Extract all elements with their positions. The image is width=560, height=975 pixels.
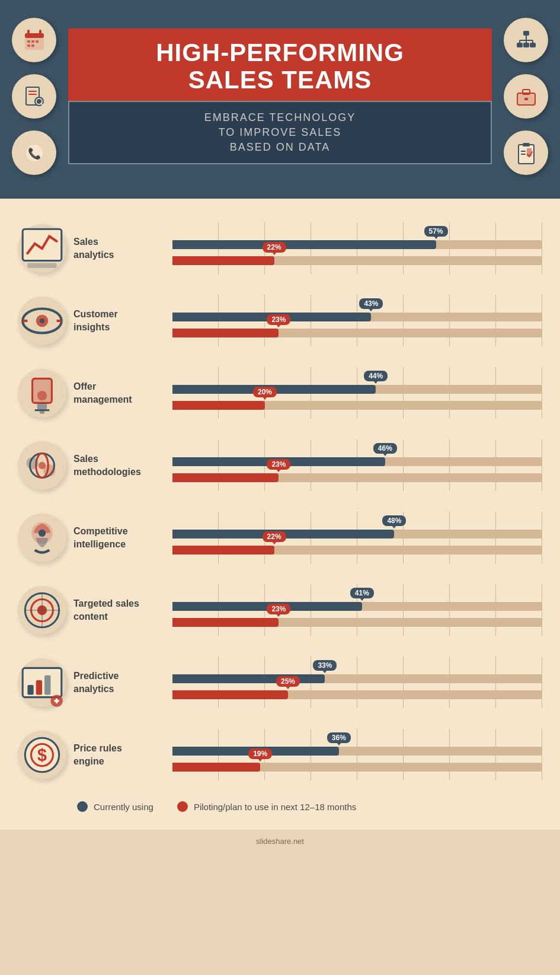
predictive-analytics-icon (18, 658, 66, 707)
main-title-line2: SALES TEAMS (86, 66, 474, 94)
svg-point-44 (37, 390, 47, 400)
svg-rect-36 (27, 263, 56, 267)
svg-rect-3 (39, 30, 41, 34)
subtitle-line1: EMBRACE TECHNOLOGY (81, 110, 479, 125)
legend-label-piloting: Piloting/plan to use in next 12–18 month… (194, 802, 356, 812)
hierarchy-icon (504, 18, 548, 62)
svg-rect-63 (44, 675, 50, 694)
document-icon (12, 74, 56, 119)
customer-insights-label: Customerinsights (73, 308, 165, 333)
svg-rect-62 (36, 680, 42, 694)
competitive-intelligence-label: Competitiveintelligence (73, 525, 165, 550)
subtitle-box: EMBRACE TECHNOLOGY TO IMPROVE SALES BASE… (68, 101, 492, 165)
svg-point-39 (40, 318, 44, 323)
chart-row-sales-analytics: Salesanalytics 57% (18, 222, 542, 274)
sales-analytics-label: Salesanalytics (73, 235, 165, 261)
predictive-analytics-label: Predictiveanalytics (73, 670, 165, 695)
svg-rect-8 (31, 44, 34, 47)
price-rules-engine-bars: 36% 19% (172, 729, 542, 780)
header-icons-left: 📞 (12, 18, 56, 175)
chart-row-predictive-analytics: Predictiveanalytics 33% (18, 657, 542, 708)
calendar-icon (12, 18, 56, 62)
header: 📞 HIGH-PERFORMING SALES TEAMS EMBRACE TE… (0, 0, 560, 199)
targeted-sales-content-label: Targeted salescontent (73, 597, 165, 623)
svg-rect-4 (27, 40, 30, 43)
footer: slideshare.net (0, 830, 560, 853)
customer-insights-icon (18, 297, 66, 345)
sales-analytics-icon (18, 224, 66, 273)
svg-rect-17 (523, 31, 529, 36)
legend-item-piloting: Piloting/plan to use in next 12–18 month… (177, 801, 356, 812)
legend-label-currently-using: Currently using (94, 802, 153, 812)
targeted-sales-content-icon (18, 586, 66, 635)
svg-rect-30 (519, 145, 534, 164)
svg-rect-29 (524, 98, 528, 100)
header-title-block: HIGH-PERFORMING SALES TEAMS EMBRACE TECH… (56, 28, 504, 165)
svg-rect-32 (521, 151, 526, 152)
chart-row-competitive-intelligence: Competitiveintelligence 48% (18, 512, 542, 563)
customer-insights-bars: 43% 23% (172, 295, 542, 346)
chart-row-sales-methodologies: Salesmethodologies 46% (18, 439, 542, 491)
chart-row-price-rules-engine: $ Price rulesengine 36% (18, 729, 542, 780)
price-rules-engine-icon: $ (18, 731, 66, 779)
legend-dot-dark (77, 801, 88, 812)
offer-management-icon (18, 369, 66, 418)
sales-methodologies-bars: 46% 23% (172, 439, 542, 491)
chart-row-targeted-sales-content: Targeted salescontent 41% (18, 584, 542, 636)
legend-dot-red (177, 801, 188, 812)
title-box: HIGH-PERFORMING SALES TEAMS (68, 28, 492, 101)
chart-row-offer-management: Offermanagement 44% (18, 367, 542, 419)
clipboard-icon (504, 130, 548, 175)
competitive-intelligence-bars: 48% 22% (172, 512, 542, 563)
sales-analytics-bars: 57% 22% (172, 222, 542, 274)
offer-management-bars: 44% 20% (172, 367, 542, 419)
header-icons-right (504, 18, 548, 175)
chart-rows: Salesanalytics 57% (18, 222, 542, 780)
svg-rect-5 (31, 40, 34, 43)
svg-rect-19 (523, 43, 529, 47)
svg-point-51 (26, 457, 39, 469)
svg-rect-20 (530, 43, 536, 47)
targeted-sales-content-bars: 41% 23% (172, 584, 542, 636)
competitive-intelligence-icon (18, 514, 66, 562)
svg-rect-33 (521, 154, 526, 155)
svg-rect-18 (517, 43, 523, 47)
main-title-line1: HIGH-PERFORMING (86, 39, 474, 66)
svg-text:$: $ (37, 745, 47, 764)
svg-rect-35 (23, 229, 62, 260)
main-content: Salesanalytics 57% (0, 199, 560, 830)
svg-rect-7 (27, 44, 30, 47)
svg-rect-61 (27, 685, 33, 694)
svg-rect-10 (28, 91, 37, 92)
subtitle-line3: BASED ON DATA (81, 140, 479, 155)
offer-management-label: Offermanagement (73, 380, 165, 406)
footer-source: slideshare.net (256, 837, 304, 846)
phone-icon: 📞 (12, 130, 56, 175)
sales-methodologies-icon (18, 441, 66, 490)
sales-methodologies-label: Salesmethodologies (73, 453, 165, 478)
price-rules-engine-label: Price rulesengine (73, 742, 165, 767)
legend-item-currently-using: Currently using (77, 801, 153, 812)
svg-point-52 (43, 464, 56, 476)
svg-rect-31 (523, 143, 530, 146)
svg-point-54 (39, 529, 46, 536)
briefcase-icon (504, 74, 548, 119)
svg-rect-11 (28, 94, 37, 95)
legend: Currently using Piloting/plan to use in … (18, 801, 542, 812)
predictive-analytics-bars: 33% 25% (172, 657, 542, 708)
svg-rect-2 (27, 30, 30, 34)
svg-rect-45 (37, 403, 47, 410)
subtitle-line2: TO IMPROVE SALES (81, 125, 479, 140)
chart-row-customer-insights: Customerinsights 43% (18, 295, 542, 346)
svg-text:📞: 📞 (28, 147, 41, 160)
svg-rect-6 (36, 40, 39, 43)
